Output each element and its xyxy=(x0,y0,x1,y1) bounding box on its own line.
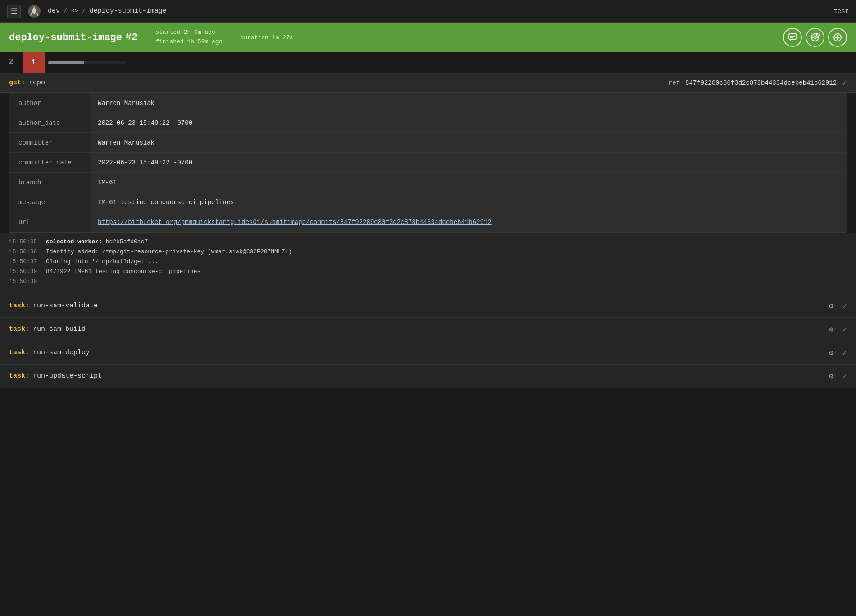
meta-row-url: urlhttps://bitbucket.org/pmmquickstartgu… xyxy=(9,212,847,232)
meta-row-branch: branchIM-61 xyxy=(9,173,847,192)
ref-label: ref xyxy=(669,79,680,87)
ref-hash: 847f92289c80f3d2c878b44334dcebeb41b62912 xyxy=(685,79,837,87)
pipeline-number: #2 xyxy=(126,32,137,43)
finished-label: finished 1h 59m ago xyxy=(155,37,222,47)
task-name-run-sam-validate: run-sam-validate xyxy=(33,302,98,310)
task-name-run-sam-deploy: run-sam-deploy xyxy=(33,349,90,356)
svg-point-10 xyxy=(814,36,816,39)
task-label: task: xyxy=(9,372,29,380)
log-text: selected worker: bd2b5afd0ac7 xyxy=(46,237,148,247)
metadata-table: authorWarren Marusiakauthor_date2022-06-… xyxy=(9,93,847,233)
meta-key-committer_date: committer_date xyxy=(9,153,91,172)
get-section-header: get: repo ref 847f92289c80f3d2c878b44334… xyxy=(0,73,856,93)
log-line: 15:50:35selected worker: bd2b5afd0ac7 xyxy=(9,237,847,247)
check-icon: ✓ xyxy=(842,301,847,311)
tab-2[interactable]: 2 xyxy=(0,52,23,73)
pipeline-header: deploy-submit-image #2 started 2h 0m ago… xyxy=(0,23,856,52)
tab-1[interactable]: 1 xyxy=(23,52,45,73)
get-check-icon: ✓ xyxy=(842,78,847,88)
scroll-thumb xyxy=(48,61,84,64)
team-name[interactable]: dev xyxy=(48,7,60,15)
log-text: Cloning into '/tmp/build/get'... xyxy=(46,257,159,267)
meta-value-url[interactable]: https://bitbucket.org/pmmquickstartguide… xyxy=(91,212,847,232)
add-button[interactable] xyxy=(828,28,847,47)
target-button[interactable] xyxy=(806,28,824,47)
meta-value-author: Warren Marusiak xyxy=(91,93,847,113)
get-resource: repo xyxy=(29,79,45,87)
log-time: 15:50:39 xyxy=(9,277,41,287)
svg-point-2 xyxy=(32,9,36,14)
check-icon: ✓ xyxy=(842,348,847,358)
meta-link-url[interactable]: https://bitbucket.org/pmmquickstartguide… xyxy=(98,219,492,226)
scroll-track[interactable] xyxy=(48,61,125,64)
task-row-run-sam-build[interactable]: task:run-sam-build⚙○✓ xyxy=(0,317,856,341)
task-label: task: xyxy=(9,325,29,333)
get-label: get: xyxy=(9,79,25,87)
top-nav: ☰ dev / <> / deploy-submit-image test xyxy=(0,0,856,23)
log-section: 15:50:35selected worker: bd2b5afd0ac715:… xyxy=(0,233,856,294)
svg-marker-8 xyxy=(790,39,792,41)
task-name-run-sam-build: run-sam-build xyxy=(33,325,86,333)
task-actions-run-sam-build: ⚙○✓ xyxy=(829,324,847,334)
tabs-bar: 2 1 xyxy=(0,52,856,73)
log-line: 15:50:39 xyxy=(9,277,847,287)
comment-button[interactable] xyxy=(783,28,802,47)
main-content: get: repo ref 847f92289c80f3d2c878b44334… xyxy=(0,73,856,294)
breadcrumb: dev / <> / deploy-submit-image xyxy=(48,7,167,15)
sep2: / xyxy=(82,7,86,15)
log-time: 15:50:37 xyxy=(9,257,41,267)
log-line: 15:50:37Cloning into '/tmp/build/get'... xyxy=(9,257,847,267)
gear-icon[interactable]: ⚙○ xyxy=(829,325,837,334)
task-actions-run-sam-deploy: ⚙○✓ xyxy=(829,348,847,358)
logo xyxy=(26,3,42,19)
meta-value-committer_date: 2022-06-23 15:49:22 -0700 xyxy=(91,153,847,172)
header-actions xyxy=(783,28,847,47)
log-time: 15:50:39 xyxy=(9,267,41,277)
task-row-run-update-script[interactable]: task:run-update-script⚙○✓ xyxy=(0,364,856,388)
task-actions-run-update-script: ⚙○✓ xyxy=(829,371,847,381)
ref-area: ref 847f92289c80f3d2c878b44334dcebeb41b6… xyxy=(669,78,847,88)
meta-value-message: IM-61 testing concourse-ci pipelines xyxy=(91,192,847,212)
time-info: started 2h 0m ago finished 1h 59m ago xyxy=(155,28,222,47)
duration-info: duration 1m 27s xyxy=(240,34,293,41)
pipeline-title: deploy-submit-image xyxy=(9,32,122,43)
gear-icon[interactable]: ⚙○ xyxy=(829,348,837,357)
meta-key-author_date: author_date xyxy=(9,113,91,132)
log-time: 15:50:35 xyxy=(9,237,41,247)
started-label: started 2h 0m ago xyxy=(155,28,222,37)
meta-row-message: messageIM-61 testing concourse-ci pipeli… xyxy=(9,192,847,212)
meta-key-url: url xyxy=(9,212,91,232)
code-icon: <> xyxy=(71,8,78,14)
task-actions-run-sam-validate: ⚙○✓ xyxy=(829,301,847,311)
meta-key-message: message xyxy=(9,192,91,212)
task-row-run-sam-deploy[interactable]: task:run-sam-deploy⚙○✓ xyxy=(0,341,856,364)
log-text: 847f922 IM-61 testing concourse-ci pipel… xyxy=(46,267,200,277)
sep1: / xyxy=(64,7,68,15)
menu-button[interactable]: ☰ xyxy=(7,5,21,18)
user-label: test xyxy=(833,8,849,15)
meta-value-branch: IM-61 xyxy=(91,173,847,192)
meta-row-committer: committerWarren Marusiak xyxy=(9,133,847,153)
tasks-container: task:run-sam-validate⚙○✓task:run-sam-bui… xyxy=(0,294,856,388)
log-line: 15:50:39847f922 IM-61 testing concourse-… xyxy=(9,267,847,277)
gear-icon[interactable]: ⚙○ xyxy=(829,301,837,310)
meta-value-author_date: 2022-06-23 15:49:22 -0700 xyxy=(91,113,847,132)
meta-row-author: authorWarren Marusiak xyxy=(9,93,847,113)
meta-key-committer: committer xyxy=(9,133,91,152)
log-time: 15:50:36 xyxy=(9,247,41,257)
check-icon: ✓ xyxy=(842,324,847,334)
pipeline-breadcrumb[interactable]: deploy-submit-image xyxy=(90,7,167,15)
meta-value-committer: Warren Marusiak xyxy=(91,133,847,152)
svg-rect-5 xyxy=(789,34,796,39)
log-line: 15:50:36Identity added: /tmp/git-resourc… xyxy=(9,247,847,257)
gear-icon[interactable]: ⚙○ xyxy=(829,372,837,381)
task-name-run-update-script: run-update-script xyxy=(33,372,102,380)
meta-row-author_date: author_date2022-06-23 15:49:22 -0700 xyxy=(9,113,847,133)
task-label: task: xyxy=(9,349,29,356)
meta-row-committer_date: committer_date2022-06-23 15:49:22 -0700 xyxy=(9,153,847,173)
task-row-run-sam-validate[interactable]: task:run-sam-validate⚙○✓ xyxy=(0,294,856,317)
meta-key-branch: branch xyxy=(9,173,91,192)
meta-key-author: author xyxy=(9,93,91,113)
log-text: Identity added: /tmp/git-resource-privat… xyxy=(46,247,292,257)
task-label: task: xyxy=(9,302,29,310)
